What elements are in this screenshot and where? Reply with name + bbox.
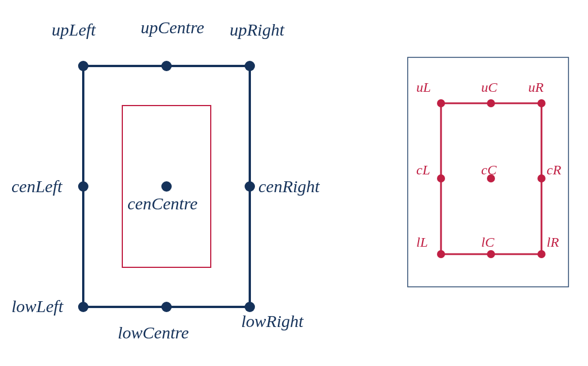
dot-cenCentre — [161, 181, 172, 192]
dot-lR — [537, 250, 546, 258]
dot-cenLeft — [78, 181, 88, 192]
diagram-canvas: upLeft upCentre upRight cenLeft cenCentr… — [0, 0, 588, 366]
dot-upCentre — [161, 61, 172, 71]
dot-lowLeft — [78, 302, 88, 312]
dot-lowRight — [245, 302, 255, 312]
dot-cR — [537, 174, 546, 182]
dot-uR — [537, 99, 546, 107]
label-cL: cL — [416, 162, 430, 177]
label-uC: uC — [481, 80, 498, 95]
label-lL: lL — [416, 235, 428, 250]
label-upLeft: upLeft — [52, 20, 96, 39]
left-diagram: upLeft upCentre upRight cenLeft cenCentr… — [11, 18, 320, 342]
label-lowCentre: lowCentre — [118, 323, 189, 342]
dot-lL — [437, 250, 445, 258]
label-cenCentre: cenCentre — [127, 194, 198, 213]
label-upCentre: upCentre — [141, 18, 204, 37]
label-lowRight: lowRight — [241, 312, 304, 330]
dot-upLeft — [78, 61, 88, 71]
dot-cenRight — [245, 181, 255, 192]
dot-lowCentre — [161, 302, 172, 312]
dot-lC — [487, 250, 495, 258]
label-lR: lR — [547, 235, 559, 250]
label-cenRight: cenRight — [258, 177, 320, 196]
right-diagram: uL uC uR cL cC cR lL lC lR — [408, 57, 568, 287]
dot-cL — [437, 174, 445, 182]
label-lC: lC — [481, 235, 495, 250]
label-cenLeft: cenLeft — [11, 177, 63, 196]
label-cC: cC — [481, 162, 497, 177]
label-uL: uL — [416, 80, 431, 95]
label-upRight: upRight — [230, 20, 285, 39]
label-uR: uR — [528, 80, 544, 95]
dot-upRight — [245, 61, 255, 71]
dot-uC — [487, 99, 495, 107]
dot-uL — [437, 99, 445, 107]
label-lowLeft: lowLeft — [11, 297, 64, 316]
label-cR: cR — [547, 162, 562, 177]
